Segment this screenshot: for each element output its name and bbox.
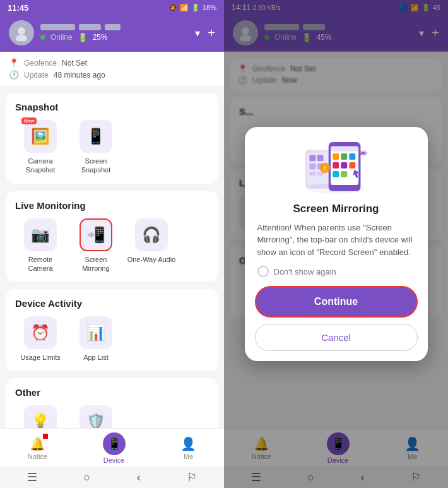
header-actions-left: ▾ + [195,26,215,40]
other-section-left: Other 💡 Find Child's App 🛡️ Check Permis… [6,378,218,428]
dialog-checkbox-row[interactable]: Don't show again [245,266,428,286]
battery-icon-left: 🔋 [191,4,200,12]
usage-limits-icon-box: ⏰ [24,316,57,349]
screen-mirroring-icon-box: 📲 [80,218,112,251]
app-list-icon: 📊 [86,324,105,342]
one-way-audio-item[interactable]: 🎧 One-Way Audio [126,218,177,273]
find-childs-app-icon-box: 💡 [24,405,57,428]
header-left: Online 🔋 25% ▾ + [0,15,224,52]
header-info-left: Online 🔋 25% [40,24,189,42]
screen-mirroring-icon: 📲 [86,226,105,244]
phone-illustration-svg: ! [298,140,374,196]
home-gesture-left[interactable]: ○ [83,471,90,484]
cancel-button[interactable]: Cancel [255,324,418,351]
svg-rect-23 [341,171,347,177]
nav-device-left[interactable]: 📱 Device [103,432,126,464]
svg-rect-7 [309,155,315,161]
live-monitoring-section: Live Monitoring 📷 Remote Camera 📲 Screen… [6,191,218,282]
dont-show-checkbox[interactable] [257,266,269,277]
battery-pct-header-left: 25% [93,33,108,42]
camera-snapshot-icon-box: 🖼️ New [24,120,57,153]
nav-items-left: 🔔 Notice 📱 Device 👤 Me [0,432,224,464]
one-way-audio-icon-box: 🎧 [135,218,168,251]
notice-badge-left [43,434,48,439]
device-activity-grid: ⏰ Usage Limits 📊 App List [15,316,209,362]
svg-rect-22 [333,171,339,177]
new-badge: New [21,117,37,124]
name-block3 [105,24,121,30]
svg-rect-16 [333,153,339,160]
update-value-left: 48 minutes ago [54,71,105,80]
find-childs-app-item[interactable]: 💡 Find Child's App [15,405,66,428]
screen-snapshot-icon-box: 📱 [80,120,112,153]
remote-camera-icon-box: 📷 [24,218,57,251]
update-label-left: Update [24,71,49,80]
snapshot-section: Snapshot 🖼️ New Camera Snapshot 📱 Screen… [6,93,218,184]
svg-point-0 [18,27,25,35]
device-activity-section: Device Activity ⏰ Usage Limits 📊 App Lis… [6,289,218,371]
gesture-bar-left: ☰ ○ ‹ ⚐ [0,467,224,488]
svg-rect-18 [349,153,355,160]
svg-rect-21 [349,162,355,169]
update-row-left: 🕐 Update 48 minutes ago [9,69,215,81]
nav-me-left[interactable]: 👤 Me [180,436,196,460]
plus-icon-left[interactable]: + [208,26,215,40]
battery-pct-left: 18% [203,4,216,11]
svg-rect-15 [331,146,358,151]
live-monitoring-grid: 📷 Remote Camera 📲 Screen Mirroring 🎧 One… [15,218,209,273]
live-monitoring-title: Live Monitoring [15,200,209,211]
svg-point-1 [16,35,27,41]
one-way-audio-icon: 🎧 [142,226,161,244]
dialog-image: ! [245,127,428,203]
device-info-left: 📍 Geofence Not Set 🕐 Update 48 minutes a… [0,52,224,86]
nav-notice-left[interactable]: 🔔 Notice [28,436,47,460]
menu-gesture-left[interactable]: ☰ [27,470,37,484]
mute-icon: 🔕 [168,4,177,12]
header-name-left [40,24,189,30]
app-list-label: App List [83,353,109,362]
geofence-label-left: Geofence [24,59,57,68]
chevron-down-icon-left[interactable]: ▾ [195,27,200,39]
status-icons-left: 🔕 📶 🔋 18% [168,4,216,12]
notice-icon-left: 🔔 [30,436,45,451]
check-permissions-item[interactable]: 🛡️ Check Permissions [71,405,121,428]
geofence-icon-left: 📍 [9,58,19,68]
geofence-value-left: Not Set [62,59,87,68]
screen-snapshot-label: Screen Snapshot [71,157,121,175]
status-bar-left: 11:45 🔕 📶 🔋 18% [0,0,224,15]
screen-mirroring-item[interactable]: 📲 Screen Mirroring [71,218,121,273]
geofence-row-left: 📍 Geofence Not Set [9,57,215,69]
me-label-left: Me [184,453,193,460]
device-activity-title: Device Activity [15,298,209,309]
update-icon-left: 🕐 [9,70,19,80]
svg-text:!: ! [324,165,326,171]
remote-camera-item[interactable]: 📷 Remote Camera [15,218,66,273]
switch-gesture-left[interactable]: ⚐ [187,470,197,484]
camera-snapshot-item[interactable]: 🖼️ New Camera Snapshot [15,120,66,175]
camera-snapshot-icon: 🖼️ [31,128,50,145]
online-text-left: Online [50,33,73,42]
device-icon-left: 📱 [103,432,126,455]
app-list-icon-box: 📊 [80,316,112,349]
svg-rect-19 [333,162,339,169]
snapshot-grid: 🖼️ New Camera Snapshot 📱 Screen Snapshot [15,120,209,175]
name-block1 [40,24,75,30]
check-permissions-icon: 🛡️ [86,413,105,428]
avatar-left [9,20,34,45]
continue-button[interactable]: Continue [255,286,418,318]
svg-rect-11 [309,171,315,176]
screen-mirroring-dialog: ! Screen Mirroring Attention! When paren… [245,127,428,362]
usage-limits-item[interactable]: ⏰ Usage Limits [15,316,66,362]
remote-camera-label: Remote Camera [15,255,66,273]
device-label-left: Device [103,456,125,464]
svg-rect-20 [341,162,347,169]
remote-camera-icon: 📷 [31,226,50,244]
back-gesture-left[interactable]: ‹ [137,471,141,484]
wifi-icon: 📶 [180,4,189,12]
screen-snapshot-item[interactable]: 📱 Screen Snapshot [71,120,121,175]
other-grid-left: 💡 Find Child's App 🛡️ Check Permissions [15,405,209,428]
right-panel: 14:11 2.90 KB/s 🔵 📶 🔋 45 Online 🔋 45% [224,0,448,488]
header-status-left: Online 🔋 25% [40,33,189,42]
app-list-item[interactable]: 📊 App List [71,316,121,362]
usage-limits-icon: ⏰ [31,324,50,342]
